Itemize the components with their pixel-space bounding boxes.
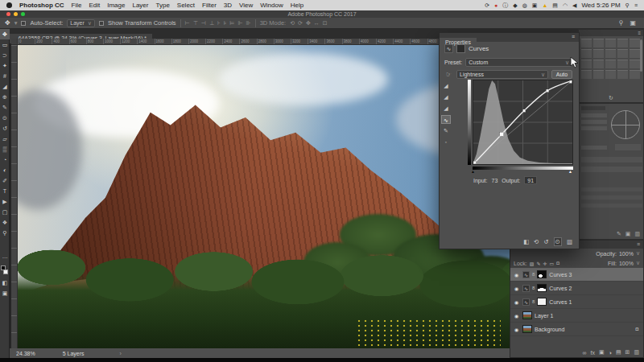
menu-select[interactable]: Select xyxy=(177,2,195,9)
eraser-tool[interactable]: ▱ xyxy=(0,134,10,144)
info-icon[interactable]: ⓘ xyxy=(502,0,508,10)
3d-slide-icon[interactable]: ↔ xyxy=(314,20,320,27)
curves-grid[interactable] xyxy=(473,80,573,165)
menu-type[interactable]: Type xyxy=(155,2,169,9)
preset-cell[interactable] xyxy=(581,49,592,58)
output-value[interactable]: 91 xyxy=(524,176,537,184)
menu-layer[interactable]: Layer xyxy=(132,2,148,9)
show-transform-checkbox[interactable] xyxy=(99,21,104,26)
menu-filter[interactable]: Filter xyxy=(202,2,217,9)
3d-drag-icon[interactable]: ✥ xyxy=(306,20,311,27)
wifi-icon[interactable]: ◠ xyxy=(563,0,568,10)
visibility-eye-icon[interactable]: ◉ xyxy=(513,313,520,319)
preset-cell[interactable] xyxy=(605,49,616,58)
eyedropper-tool[interactable]: ◢ xyxy=(0,81,10,92)
auto-select-dropdown[interactable]: Layer ∨ xyxy=(67,19,95,27)
layer-name[interactable]: Layer 1 xyxy=(535,313,553,319)
preset-cell[interactable] xyxy=(605,60,616,68)
menu-help[interactable]: Help xyxy=(291,2,303,9)
link-layers-icon[interactable]: ∞ xyxy=(583,350,587,356)
layer-row-background[interactable]: ◉Background◘ xyxy=(510,323,643,336)
app-badge-icon[interactable]: ● xyxy=(494,0,497,10)
slider-row[interactable] xyxy=(581,167,642,172)
crop-tool[interactable]: # xyxy=(0,71,10,81)
spotlight-search-icon[interactable]: ⚲ xyxy=(625,0,630,10)
slider-row[interactable] xyxy=(581,157,642,162)
preset-cell[interactable] xyxy=(605,39,616,47)
align-bottom-icon[interactable]: ⊧ xyxy=(224,20,227,27)
menu-view[interactable]: View xyxy=(239,2,253,9)
move-tool[interactable]: ✥ xyxy=(0,29,10,39)
setting-row[interactable] xyxy=(581,113,607,117)
hand-tool[interactable]: ❖ xyxy=(0,217,10,228)
visibility-eye-icon[interactable]: ◉ xyxy=(513,299,520,305)
edit-toolbar[interactable]: ⋯ xyxy=(0,253,10,263)
visibility-eye-icon[interactable]: ◉ xyxy=(513,286,520,291)
edit-points-tool[interactable]: ∿ xyxy=(441,115,451,124)
brush-preview-icon[interactable]: ▣ xyxy=(625,231,631,237)
lock-transparency-icon[interactable]: ▨ xyxy=(530,261,535,266)
black-point-slider[interactable]: ▲ xyxy=(471,170,475,174)
clone-stamp-tool[interactable]: ⊙ xyxy=(0,113,10,123)
menu-file[interactable]: File xyxy=(72,2,82,9)
auto-button[interactable]: Auto xyxy=(551,70,572,79)
panel-menu-icon[interactable]: ≡ xyxy=(579,30,643,36)
setting-row[interactable] xyxy=(581,120,607,124)
delete-layer-icon[interactable]: ▥ xyxy=(634,349,639,356)
gradient-tool[interactable]: ▒ xyxy=(0,144,10,154)
adjustment-thumbnail[interactable]: ∿ xyxy=(522,271,530,278)
menu-clock[interactable]: Wed 5:26 PM xyxy=(581,2,620,9)
mask-link-icon[interactable]: 8 xyxy=(532,272,535,277)
layer-mask-thumbnail[interactable] xyxy=(537,270,547,278)
preset-cell[interactable] xyxy=(581,39,592,47)
layer-row-curves-3[interactable]: ◉∿8Curves 3 xyxy=(510,268,643,282)
status-chevron-icon[interactable]: › xyxy=(120,351,122,356)
blur-tool[interactable]: ◔ xyxy=(0,154,10,165)
history-brush-tool[interactable]: ↺ xyxy=(0,123,10,134)
visibility-eye-icon[interactable]: ⊙ xyxy=(554,237,562,246)
preset-dropdown[interactable]: Custom ∨ xyxy=(465,58,572,67)
scrollbar[interactable] xyxy=(640,39,642,72)
zoom-tool[interactable]: ⚲ xyxy=(0,228,10,238)
workspace-switcher-icon[interactable]: ▣ xyxy=(630,19,636,27)
value-field[interactable] xyxy=(615,144,641,150)
chevron-down-icon[interactable]: ∨ xyxy=(636,250,640,257)
brush-tool[interactable]: ✎ xyxy=(0,102,10,113)
quick-selection-tool[interactable]: ✦ xyxy=(0,60,10,71)
layer-thumbnail[interactable] xyxy=(522,311,532,319)
screen-mode[interactable]: ▣ xyxy=(0,288,10,298)
chevron-down-icon[interactable]: ∨ xyxy=(636,260,640,266)
layer-row-curves-2[interactable]: ◉∿8Curves 2 xyxy=(510,282,643,295)
healing-brush-tool[interactable]: ⊕ xyxy=(0,92,10,102)
preset-cell[interactable] xyxy=(617,49,628,58)
menu-3d[interactable]: 3D xyxy=(224,2,232,9)
brush-stroke-icon[interactable]: ✎ xyxy=(617,231,621,237)
preset-cell[interactable] xyxy=(581,70,592,79)
app-menu[interactable]: Photoshop CC xyxy=(19,2,64,9)
3d-roll-icon[interactable]: ⟳ xyxy=(298,20,303,27)
keyboard-icon[interactable]: ◍ xyxy=(522,0,527,10)
clip-to-layer-icon[interactable]: ◧ xyxy=(523,238,529,245)
delete-adjustment-icon[interactable]: ▥ xyxy=(567,238,572,245)
preset-cell[interactable] xyxy=(630,39,640,47)
layer-row-layer-1[interactable]: ◉Layer 1 xyxy=(510,309,643,323)
new-layer-icon[interactable]: ⊞ xyxy=(625,349,630,356)
distribute-gap-icon[interactable]: ⊪ xyxy=(246,20,251,27)
black-point-eyedropper[interactable]: ◢ xyxy=(441,81,451,90)
sync-icon[interactable]: ⟳ xyxy=(485,0,489,10)
targeted-adjustment-hand-icon[interactable]: ☞ xyxy=(444,70,453,79)
setting-row[interactable] xyxy=(581,146,607,150)
layer-name[interactable]: Curves 1 xyxy=(549,299,572,305)
align-left-icon[interactable]: ⊢ xyxy=(185,20,190,27)
panel-menu-icon[interactable]: ≡ xyxy=(637,241,640,247)
volume-icon[interactable]: ◀ xyxy=(572,0,576,10)
preset-cell[interactable] xyxy=(581,60,592,68)
zoom-readout[interactable]: 24.38% xyxy=(16,351,35,356)
adjustment-mask-thumbnail[interactable] xyxy=(456,44,465,53)
brush-angle-control[interactable] xyxy=(611,110,640,139)
align-middle-icon[interactable]: ⊦ xyxy=(217,20,221,27)
input-value[interactable]: 73 xyxy=(492,178,498,183)
visibility-eye-icon[interactable]: ◉ xyxy=(513,272,520,278)
path-selection-tool[interactable]: ▶ xyxy=(0,196,10,207)
gray-point-eyedropper[interactable]: ◢ xyxy=(441,93,451,101)
